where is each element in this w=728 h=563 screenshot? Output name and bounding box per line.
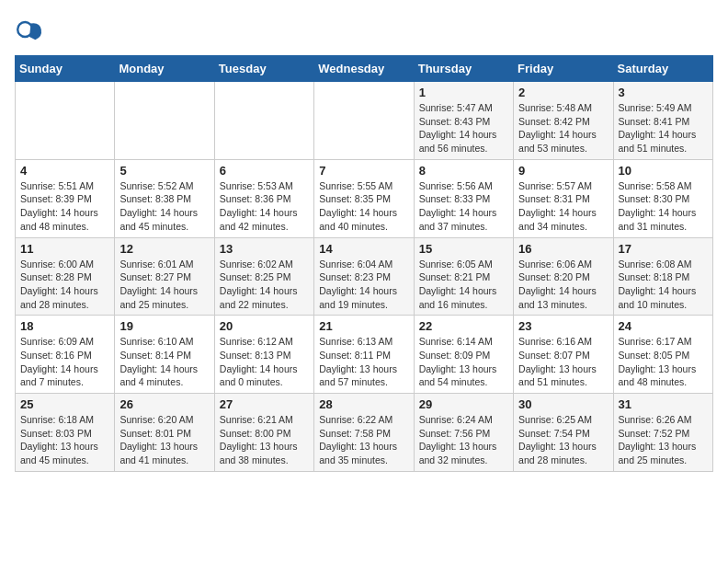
day-info: Sunrise: 5:57 AM Sunset: 8:31 PM Dayligh… (518, 179, 608, 234)
day-number: 26 (119, 397, 209, 411)
calendar-cell: 22Sunrise: 6:14 AM Sunset: 8:09 PM Dayli… (414, 316, 513, 394)
day-number: 4 (20, 164, 109, 178)
day-info: Sunrise: 6:25 AM Sunset: 7:54 PM Dayligh… (518, 413, 608, 467)
calendar-cell: 31Sunrise: 6:26 AM Sunset: 7:52 PM Dayli… (613, 394, 712, 472)
day-number: 12 (119, 242, 209, 256)
calendar-cell: 25Sunrise: 6:18 AM Sunset: 8:03 PM Dayli… (16, 394, 115, 472)
header-day-thursday: Thursday (414, 56, 513, 82)
calendar-cell: 16Sunrise: 6:06 AM Sunset: 8:20 PM Dayli… (514, 237, 613, 316)
calendar-cell (214, 82, 313, 160)
calendar-cell: 17Sunrise: 6:08 AM Sunset: 8:18 PM Dayli… (613, 237, 712, 316)
logo-icon (15, 15, 44, 44)
calendar-cell: 6Sunrise: 5:53 AM Sunset: 8:36 PM Daylig… (214, 159, 313, 237)
calendar-cell: 1Sunrise: 5:47 AM Sunset: 8:43 PM Daylig… (414, 82, 513, 160)
day-info: Sunrise: 5:53 AM Sunset: 8:36 PM Dayligh… (220, 179, 309, 234)
day-info: Sunrise: 5:52 AM Sunset: 8:38 PM Dayligh… (119, 179, 209, 234)
day-info: Sunrise: 6:14 AM Sunset: 8:09 PM Dayligh… (419, 335, 508, 389)
calendar-cell: 3Sunrise: 5:49 AM Sunset: 8:41 PM Daylig… (613, 82, 712, 160)
calendar-cell: 12Sunrise: 6:01 AM Sunset: 8:27 PM Dayli… (115, 237, 214, 316)
day-info: Sunrise: 6:01 AM Sunset: 8:27 PM Dayligh… (119, 258, 209, 312)
day-number: 1 (419, 86, 508, 99)
day-info: Sunrise: 6:12 AM Sunset: 8:13 PM Dayligh… (220, 335, 309, 389)
day-info: Sunrise: 6:18 AM Sunset: 8:03 PM Dayligh… (20, 413, 109, 467)
day-info: Sunrise: 6:13 AM Sunset: 8:11 PM Dayligh… (319, 335, 408, 389)
day-number: 13 (220, 242, 309, 256)
day-number: 14 (319, 242, 408, 256)
calendar-cell: 26Sunrise: 6:20 AM Sunset: 8:01 PM Dayli… (115, 394, 214, 472)
calendar-cell: 15Sunrise: 6:05 AM Sunset: 8:21 PM Dayli… (414, 237, 513, 316)
week-row-1: 4Sunrise: 5:51 AM Sunset: 8:39 PM Daylig… (16, 159, 713, 237)
day-number: 29 (419, 397, 508, 411)
day-info: Sunrise: 6:16 AM Sunset: 8:07 PM Dayligh… (518, 335, 608, 389)
day-number: 5 (119, 164, 209, 178)
week-row-3: 18Sunrise: 6:09 AM Sunset: 8:16 PM Dayli… (16, 316, 713, 394)
calendar-table: SundayMondayTuesdayWednesdayThursdayFrid… (15, 55, 713, 472)
day-number: 11 (20, 242, 109, 256)
calendar-cell: 30Sunrise: 6:25 AM Sunset: 7:54 PM Dayli… (514, 394, 613, 472)
day-info: Sunrise: 5:56 AM Sunset: 8:33 PM Dayligh… (419, 179, 508, 234)
day-number: 22 (419, 319, 508, 333)
day-number: 24 (619, 319, 708, 333)
day-info: Sunrise: 6:09 AM Sunset: 8:16 PM Dayligh… (20, 335, 109, 389)
day-number: 10 (619, 164, 708, 178)
header-day-friday: Friday (514, 56, 613, 82)
calendar-cell: 24Sunrise: 6:17 AM Sunset: 8:05 PM Dayli… (613, 316, 712, 394)
day-number: 17 (619, 242, 708, 256)
calendar-header: SundayMondayTuesdayWednesdayThursdayFrid… (16, 56, 713, 82)
day-info: Sunrise: 6:22 AM Sunset: 7:58 PM Dayligh… (319, 413, 408, 467)
week-row-0: 1Sunrise: 5:47 AM Sunset: 8:43 PM Daylig… (16, 82, 713, 160)
calendar-cell: 18Sunrise: 6:09 AM Sunset: 8:16 PM Dayli… (16, 316, 115, 394)
calendar-body: 1Sunrise: 5:47 AM Sunset: 8:43 PM Daylig… (16, 82, 713, 472)
day-info: Sunrise: 6:21 AM Sunset: 8:00 PM Dayligh… (220, 413, 309, 467)
week-row-4: 25Sunrise: 6:18 AM Sunset: 8:03 PM Dayli… (16, 394, 713, 472)
day-number: 2 (518, 86, 608, 99)
logo (15, 15, 50, 44)
week-row-2: 11Sunrise: 6:00 AM Sunset: 8:28 PM Dayli… (16, 237, 713, 316)
day-number: 6 (220, 164, 309, 178)
day-number: 18 (20, 319, 109, 333)
day-info: Sunrise: 6:02 AM Sunset: 8:25 PM Dayligh… (220, 258, 309, 312)
day-number: 3 (619, 86, 708, 99)
day-info: Sunrise: 6:17 AM Sunset: 8:05 PM Dayligh… (619, 335, 708, 389)
day-info: Sunrise: 6:04 AM Sunset: 8:23 PM Dayligh… (319, 258, 408, 312)
day-info: Sunrise: 5:49 AM Sunset: 8:41 PM Dayligh… (619, 101, 708, 155)
day-number: 19 (119, 319, 209, 333)
calendar-cell (314, 82, 414, 160)
day-info: Sunrise: 5:58 AM Sunset: 8:30 PM Dayligh… (619, 179, 708, 234)
day-info: Sunrise: 6:10 AM Sunset: 8:14 PM Dayligh… (119, 335, 209, 389)
calendar-cell: 11Sunrise: 6:00 AM Sunset: 8:28 PM Dayli… (16, 237, 115, 316)
calendar-cell (115, 82, 214, 160)
day-number: 15 (419, 242, 508, 256)
day-number: 20 (220, 319, 309, 333)
day-info: Sunrise: 6:20 AM Sunset: 8:01 PM Dayligh… (119, 413, 209, 467)
day-info: Sunrise: 6:24 AM Sunset: 7:56 PM Dayligh… (419, 413, 508, 467)
day-number: 28 (319, 397, 408, 411)
calendar-cell: 10Sunrise: 5:58 AM Sunset: 8:30 PM Dayli… (613, 159, 712, 237)
day-number: 30 (518, 397, 608, 411)
header-day-tuesday: Tuesday (214, 56, 313, 82)
day-info: Sunrise: 5:55 AM Sunset: 8:35 PM Dayligh… (319, 179, 408, 234)
day-number: 8 (419, 164, 508, 178)
calendar-cell: 19Sunrise: 6:10 AM Sunset: 8:14 PM Dayli… (115, 316, 214, 394)
header-day-sunday: Sunday (16, 56, 115, 82)
calendar-cell: 28Sunrise: 6:22 AM Sunset: 7:58 PM Dayli… (314, 394, 414, 472)
calendar-cell: 2Sunrise: 5:48 AM Sunset: 8:42 PM Daylig… (514, 82, 613, 160)
day-number: 21 (319, 319, 408, 333)
day-number: 23 (518, 319, 608, 333)
day-info: Sunrise: 6:26 AM Sunset: 7:52 PM Dayligh… (619, 413, 708, 467)
header-day-monday: Monday (115, 56, 214, 82)
calendar-cell: 4Sunrise: 5:51 AM Sunset: 8:39 PM Daylig… (16, 159, 115, 237)
day-info: Sunrise: 6:05 AM Sunset: 8:21 PM Dayligh… (419, 258, 508, 312)
calendar-cell: 29Sunrise: 6:24 AM Sunset: 7:56 PM Dayli… (414, 394, 513, 472)
header-section (15, 15, 713, 44)
day-number: 7 (319, 164, 408, 178)
day-info: Sunrise: 6:06 AM Sunset: 8:20 PM Dayligh… (518, 258, 608, 312)
day-number: 27 (220, 397, 309, 411)
calendar-cell: 7Sunrise: 5:55 AM Sunset: 8:35 PM Daylig… (314, 159, 414, 237)
day-number: 16 (518, 242, 608, 256)
calendar-cell: 5Sunrise: 5:52 AM Sunset: 8:38 PM Daylig… (115, 159, 214, 237)
calendar-cell: 20Sunrise: 6:12 AM Sunset: 8:13 PM Dayli… (214, 316, 313, 394)
header-day-saturday: Saturday (613, 56, 712, 82)
calendar-cell: 21Sunrise: 6:13 AM Sunset: 8:11 PM Dayli… (314, 316, 414, 394)
day-info: Sunrise: 5:51 AM Sunset: 8:39 PM Dayligh… (20, 179, 109, 234)
